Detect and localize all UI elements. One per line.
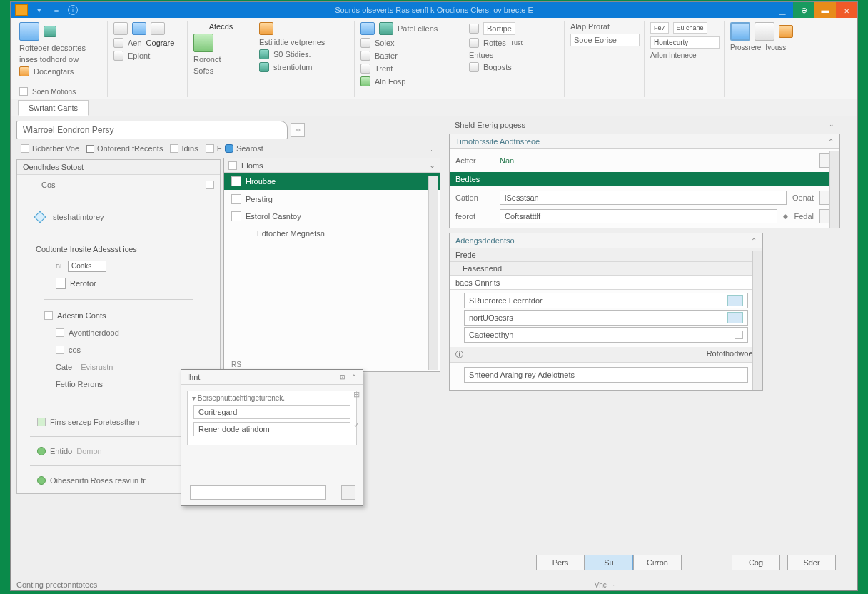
new-tab-button[interactable]: ✧ xyxy=(291,123,305,137)
section-header[interactable]: Timotorssite Aodtnsreoe ⌃ xyxy=(450,134,839,149)
icon[interactable] xyxy=(469,62,479,72)
icon[interactable] xyxy=(360,38,370,48)
option[interactable]: ESearost xyxy=(206,144,263,153)
hat-icon[interactable] xyxy=(259,22,273,35)
list-row[interactable]: Shteend Araing rey Adelotnets xyxy=(464,367,748,383)
option-item[interactable]: Rener dode atindom xyxy=(193,422,350,436)
tree-node[interactable]: Adestin Conts xyxy=(23,310,214,321)
tool-icon[interactable] xyxy=(755,22,774,41)
tab-active[interactable]: Swrtant Cants xyxy=(18,100,89,116)
qat-dropdown-icon[interactable]: ▾ xyxy=(34,4,45,16)
text-input[interactable] xyxy=(56,278,66,289)
icon[interactable] xyxy=(360,51,370,61)
tree-node[interactable]: cos xyxy=(23,344,214,356)
icon[interactable] xyxy=(779,25,793,38)
chevron-up-icon[interactable]: ⌃ xyxy=(828,138,834,146)
tool-icon[interactable]: ⊟ xyxy=(353,390,360,399)
collapse-icon[interactable]: ⌄ xyxy=(829,121,834,129)
check-icon[interactable]: ✓ xyxy=(353,421,360,430)
list-item[interactable]: Hroubae xyxy=(224,173,440,190)
ribbon-button[interactable]: Sooe Eorise xyxy=(570,34,640,46)
chevron-icon[interactable]: ⋰ xyxy=(430,145,437,152)
refresh-icon[interactable] xyxy=(360,76,370,86)
chart-icon[interactable] xyxy=(379,22,393,35)
query-tab[interactable]: Wlarroel Eondron Persy xyxy=(16,121,288,139)
list-row[interactable]: Caoteeothyn xyxy=(464,327,748,343)
icon[interactable] xyxy=(360,64,370,74)
button[interactable]: Cirron xyxy=(633,555,682,570)
chevron-up-icon[interactable]: ⌃ xyxy=(751,237,757,245)
tool-icon[interactable] xyxy=(730,22,750,41)
qat-menu-icon[interactable]: ≡ xyxy=(51,4,62,16)
notify-button[interactable]: ▬ xyxy=(814,2,836,18)
list-item[interactable]: Perstirg⋮ xyxy=(224,190,440,208)
icon[interactable] xyxy=(113,51,123,61)
button[interactable]: Pers xyxy=(536,555,585,570)
person-icon[interactable] xyxy=(193,34,213,52)
option-item[interactable]: Coritrsgard xyxy=(193,405,350,419)
text-input[interactable]: Coftsratttlf xyxy=(500,209,777,223)
list-icon[interactable] xyxy=(469,24,479,34)
folder-icon[interactable] xyxy=(19,22,39,41)
list-item[interactable]: Tidtocher Megnetsn xyxy=(224,225,440,242)
close-button[interactable]: ⨉ xyxy=(836,2,857,18)
tree-node[interactable]: Cos xyxy=(23,179,214,191)
grid-icon[interactable] xyxy=(360,22,375,35)
list-row[interactable]: SRuerorce Leerntdor xyxy=(464,293,748,308)
action-link[interactable]: Fedal xyxy=(794,212,814,221)
tree-field[interactable]: BLConks xyxy=(23,261,214,272)
sub-header[interactable]: Frede⌄ xyxy=(450,248,762,262)
list-item[interactable]: Estorol Casntoy▾ xyxy=(224,208,440,225)
qat-help-icon[interactable]: i xyxy=(68,5,78,15)
minimize-button[interactable]: ▁ xyxy=(772,2,793,18)
icon[interactable] xyxy=(113,38,123,48)
sub-header[interactable]: Easesnend xyxy=(450,262,762,276)
option[interactable]: Idins xyxy=(170,144,198,153)
ribbon-button[interactable]: Eu chane xyxy=(673,22,707,34)
ribbon-label[interactable]: Rottes xyxy=(483,39,506,47)
doc-icon[interactable] xyxy=(113,22,128,35)
option[interactable]: Bcbather Voe xyxy=(21,144,79,153)
filter-icon[interactable] xyxy=(469,38,479,48)
text-input[interactable]: Conks xyxy=(68,261,106,272)
tree-node[interactable]: steshatimtorey xyxy=(23,211,214,223)
ribbon-label[interactable]: Solex xyxy=(375,39,395,47)
pin-icon[interactable]: ⊡ xyxy=(340,373,345,381)
chevron-down-icon[interactable]: ⌄ xyxy=(429,161,435,170)
doc-icon[interactable] xyxy=(19,66,29,76)
chevron-up-icon[interactable]: ⌃ xyxy=(351,373,357,381)
sub-header[interactable]: ⓘ Rotothodwoes xyxy=(450,347,762,363)
primary-button[interactable]: Su xyxy=(585,555,633,570)
section-header[interactable]: Adengsdedentso ⌃ xyxy=(450,233,762,248)
button[interactable]: Sder xyxy=(787,555,836,570)
apply-button[interactable] xyxy=(341,485,355,500)
link-icon[interactable] xyxy=(259,62,269,72)
ribbon-label[interactable]: Aln Fosp xyxy=(375,77,405,86)
scrollbar[interactable] xyxy=(752,251,762,390)
ribbon-button[interactable]: Hontecurty xyxy=(650,36,720,49)
dropdown-icon[interactable]: ◆ xyxy=(783,213,788,220)
text-input[interactable]: lSesstsan xyxy=(500,191,787,205)
filter-input[interactable] xyxy=(190,485,326,500)
calendar-icon[interactable] xyxy=(735,331,743,339)
ribbon-button[interactable]: Fe7 xyxy=(650,22,669,34)
scrollbar[interactable] xyxy=(428,176,438,370)
page-icon[interactable] xyxy=(132,22,146,35)
checkbox-icon[interactable] xyxy=(19,87,28,96)
page-icon[interactable] xyxy=(151,22,165,35)
button[interactable]: Cog xyxy=(732,555,780,570)
action-link[interactable]: Oenat xyxy=(792,193,814,202)
stack-icon[interactable] xyxy=(44,26,56,37)
maximize-button[interactable]: ⊕ xyxy=(793,2,814,18)
scrollbar[interactable] xyxy=(829,151,839,228)
ribbon-label[interactable]: Trent xyxy=(375,64,393,73)
link-icon[interactable] xyxy=(259,49,269,59)
list-row[interactable]: nortUOsesrs xyxy=(464,310,748,326)
ribbon-label[interactable]: Baster xyxy=(375,51,398,60)
ribbon-label[interactable]: Cograre xyxy=(146,39,175,47)
tree-field[interactable]: Rerotor xyxy=(23,278,214,289)
option[interactable]: Ontorend fRecents xyxy=(86,144,163,153)
ribbon-button[interactable]: Bortipe xyxy=(483,22,515,35)
tree-node[interactable]: Ayontinerdood xyxy=(23,327,214,338)
dialog-titlebar[interactable]: Ihnt ⊡⌃ xyxy=(181,370,363,385)
